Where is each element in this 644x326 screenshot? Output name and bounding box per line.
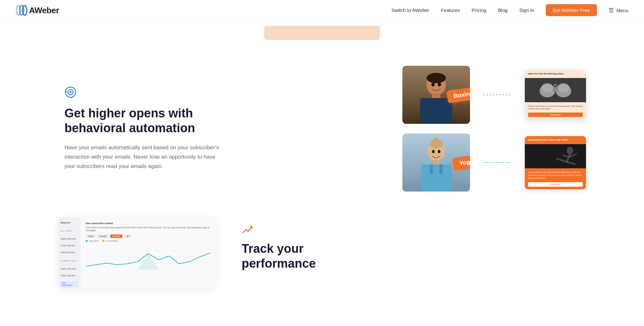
boxing-email-card: Ideas for Your Next Boxing Class — [525, 70, 586, 120]
automation-section: Get higher opens with behavioral automat… — [0, 40, 644, 217]
svg-rect-36 — [525, 144, 586, 168]
yoga-email-image — [525, 144, 586, 168]
svg-point-27 — [433, 137, 439, 144]
nav-blog[interactable]: Blog — [498, 7, 508, 13]
reports-sidebar-title: Reports — [61, 221, 78, 224]
svg-point-10 — [427, 73, 446, 83]
automation-left: Get higher opens with behavioral automat… — [64, 86, 219, 171]
svg-point-2 — [23, 5, 27, 15]
boxing-row: Boxing Ideas for Your Next Boxing Class — [402, 66, 586, 124]
yoga-email-body: Are you ready to start teaching virtual … — [525, 168, 586, 189]
yoga-pose-svg — [525, 144, 586, 168]
boxing-email-body: Ready to start saving up to your email b… — [525, 102, 586, 120]
legend-subscribed: Subscribed — [86, 240, 99, 242]
yoga-avatar: Yoga — [402, 133, 470, 192]
boxing-email-body-text: Ready to start saving up to your email b… — [528, 105, 583, 110]
chart-area — [86, 244, 211, 270]
reports-current-section: CURRENT LIST — [61, 260, 78, 262]
boxing-gloves-svg — [525, 78, 586, 102]
reports-legend: Subscribed Unsubscribed — [86, 240, 211, 242]
nav-menu-button[interactable]: ☰ Menu — [609, 7, 629, 14]
automation-right: Boxing Ideas for Your Next Boxing Class — [402, 66, 586, 192]
reports-chart-desc: The number of new subscribers added to t… — [86, 226, 211, 232]
legend-subscribed-dot — [86, 240, 88, 242]
svg-point-19 — [542, 83, 553, 92]
yoga-email-cta: Learn More — [528, 182, 583, 187]
boxing-email-image — [525, 78, 586, 102]
legend-unsubscribed-label: Unsubscribed — [106, 240, 118, 242]
tab-daily[interactable]: Daily — [86, 234, 95, 238]
svg-point-37 — [567, 147, 573, 154]
svg-point-5 — [70, 91, 72, 93]
nav-features[interactable]: Features — [441, 7, 460, 13]
reports-opens-current[interactable]: Opens over time — [61, 268, 78, 270]
svg-point-21 — [558, 83, 569, 92]
svg-rect-32 — [439, 164, 443, 174]
reports-clicks-current[interactable]: Clicks over time — [61, 274, 78, 277]
reports-new-subs[interactable]: New subscribers — [61, 281, 78, 287]
performance-section: Reports ALL LISTS Opens over time Clicks… — [0, 217, 644, 301]
yoga-email-header: Establishing Your Virtual Yoga Studio — [525, 136, 586, 144]
tab-all[interactable]: All — [124, 234, 131, 238]
nav-pricing[interactable]: Pricing — [472, 7, 486, 13]
yoga-email-title: Establishing Your Virtual Yoga Studio — [528, 139, 583, 141]
nav-get-free-button[interactable]: Get AWeber Free — [546, 4, 597, 16]
performance-icon — [242, 224, 370, 238]
reports-opens-all[interactable]: Opens over time — [61, 238, 78, 240]
svg-marker-46 — [138, 253, 159, 270]
performance-title: Track your performance — [242, 242, 370, 271]
logo-text: AWeber — [29, 5, 59, 15]
svg-point-33 — [432, 150, 435, 153]
aweber-logo-icon — [15, 5, 29, 16]
reports-chart-title: New subscribers added — [86, 222, 211, 225]
automation-section-icon — [64, 86, 219, 100]
reports-content: New subscribers added The number of new … — [81, 217, 216, 288]
svg-rect-31 — [430, 164, 433, 174]
reports-tabs: Daily Weekly Monthly All — [86, 234, 211, 238]
svg-point-34 — [438, 150, 440, 153]
nav-signin[interactable]: Sign in — [519, 7, 534, 13]
reports-inner: Reports ALL LISTS Opens over time Clicks… — [58, 217, 216, 288]
boxing-dashed-connector — [483, 94, 512, 95]
reports-sidebar: Reports ALL LISTS Opens over time Clicks… — [58, 217, 81, 288]
yoga-dashed-line-svg — [483, 162, 512, 163]
boxing-dashed-line-svg — [483, 94, 512, 95]
reports-clicks-all[interactable]: Clicks over time — [61, 244, 78, 247]
yoga-row: Yoga Establishing Your Virtual Yoga Stud… — [402, 133, 586, 192]
svg-point-15 — [438, 83, 441, 86]
svg-rect-22 — [553, 87, 558, 92]
nav-links: Switch to AWeber Features Pricing Blog S… — [391, 7, 629, 14]
svg-point-14 — [431, 83, 435, 86]
hamburger-icon: ☰ — [609, 7, 614, 14]
main-content: Get higher opens with behavioral automat… — [0, 0, 644, 301]
boxing-email-header: Ideas for Your Next Boxing Class — [525, 70, 586, 78]
automation-description: Have your emails automatically sent base… — [64, 143, 219, 171]
svg-rect-30 — [421, 164, 452, 192]
behavioral-icon — [64, 86, 77, 98]
svg-rect-13 — [420, 98, 452, 124]
performance-right: Track your performance — [242, 217, 370, 271]
top-banner-wrapper — [0, 21, 644, 40]
yoga-email-body-text: Are you ready to start teaching virtual … — [528, 171, 583, 180]
logo[interactable]: AWeber — [15, 5, 59, 16]
legend-subscribed-label: Subscribed — [89, 240, 99, 242]
legend-unsubscribed: Unsubscribed — [102, 240, 118, 242]
nav-switch[interactable]: Switch to AWeber — [391, 7, 429, 13]
boxing-email-cta: Get Started — [528, 113, 583, 117]
boxer-avatar: Boxing — [402, 66, 470, 124]
legend-unsubscribed-dot — [102, 240, 104, 242]
navigation: AWeber Switch to AWeber Features Pricing… — [0, 0, 644, 21]
reports-sales-all[interactable]: Sales over time — [61, 251, 78, 253]
top-banner — [264, 26, 380, 40]
menu-label: Menu — [616, 8, 629, 13]
yoga-dashed-connector — [483, 162, 512, 163]
performance-arrow-icon — [242, 224, 253, 235]
reports-all-section: ALL LISTS — [61, 230, 78, 232]
tab-weekly[interactable]: Weekly — [97, 234, 109, 238]
tab-monthly[interactable]: Monthly — [110, 234, 123, 238]
automation-title: Get higher opens with behavioral automat… — [64, 106, 219, 135]
yoga-email-card: Establishing Your Virtual Yoga Studio — [525, 136, 586, 189]
reports-widget: Reports ALL LISTS Opens over time Clicks… — [58, 217, 216, 288]
chart-svg — [86, 244, 211, 270]
boxing-email-title: Ideas for Your Next Boxing Class — [528, 73, 583, 75]
